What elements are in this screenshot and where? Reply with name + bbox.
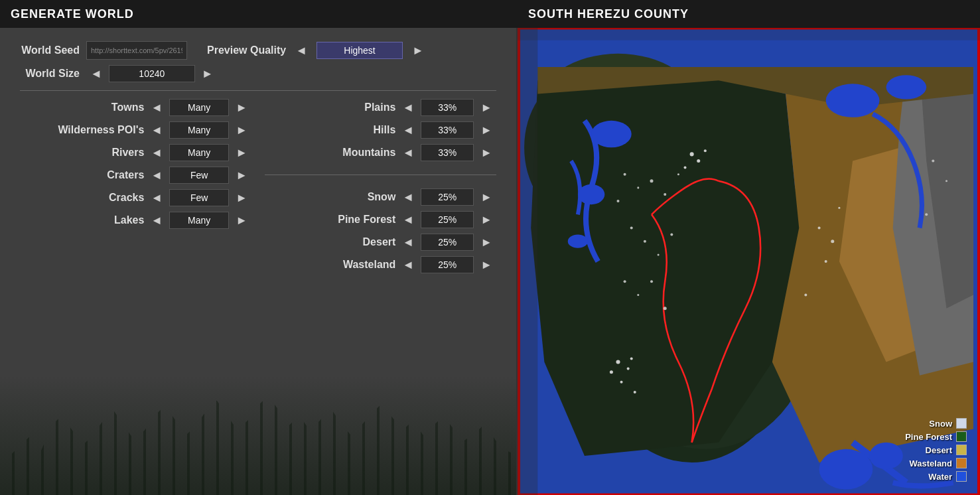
setting-5-left-btn[interactable]: ◄ (147, 213, 167, 228)
setting-label-1: Wilderness POI's (58, 124, 144, 136)
biome-2-left-btn[interactable]: ◄ (398, 235, 418, 249)
legend-color-1 (956, 431, 967, 442)
svg-point-43 (620, 381, 623, 384)
preview-quality-value: Highest (316, 42, 403, 59)
biome-2-right-btn[interactable]: ► (476, 235, 496, 249)
world-size-label: World Size (20, 68, 80, 80)
svg-point-49 (804, 293, 807, 296)
svg-point-39 (616, 360, 620, 364)
left-panel: World Seed Preview Quality ◄ Highest ► W… (0, 28, 518, 495)
svg-point-33 (650, 280, 653, 283)
svg-point-24 (650, 179, 654, 182)
svg-point-18 (886, 75, 927, 99)
setting-0-left-btn[interactable]: ◄ (147, 100, 167, 115)
biome-0-left-btn[interactable]: ◄ (398, 190, 418, 204)
biome-label-2: Desert (322, 236, 395, 248)
world-seed-input[interactable] (86, 41, 187, 60)
svg-point-46 (831, 240, 834, 243)
terrain-1-value: 33% (421, 121, 474, 139)
svg-point-44 (634, 391, 636, 393)
setting-5-right-btn[interactable]: ► (232, 213, 251, 228)
world-size-right-btn[interactable]: ► (198, 66, 218, 81)
setting-1-right-btn[interactable]: ► (232, 123, 251, 137)
svg-point-17 (826, 84, 880, 117)
svg-point-16 (568, 235, 588, 248)
terrain-2-left-btn[interactable]: ◄ (398, 145, 418, 160)
biome-setting-row-3: Wasteland ◄ 25% ► (265, 256, 496, 273)
legend-color-2 (956, 445, 967, 455)
setting-3-right-btn[interactable]: ► (232, 168, 251, 182)
biome-setting-row-2: Desert ◄ 25% ► (265, 234, 496, 251)
svg-rect-54 (518, 28, 980, 40)
left-setting-row-2: Rivers ◄ Many ► (20, 144, 251, 161)
terrain-0-left-btn[interactable]: ◄ (398, 100, 418, 115)
svg-point-50 (932, 159, 934, 162)
main-content: World Seed Preview Quality ◄ Highest ► W… (0, 28, 980, 495)
left-setting-row-3: Craters ◄ Few ► (20, 167, 251, 184)
setting-1-value: Many (169, 121, 229, 139)
legend-item-1: Pine Forest (905, 431, 967, 442)
biome-0-value: 25% (421, 188, 474, 206)
biome-3-right-btn[interactable]: ► (476, 257, 496, 272)
svg-point-15 (578, 184, 604, 204)
terrain-0-value: 33% (421, 99, 474, 116)
setting-3-value: Few (169, 167, 229, 184)
setting-4-left-btn[interactable]: ◄ (147, 190, 167, 205)
legend-label-4: Water (928, 472, 952, 482)
svg-point-32 (637, 294, 639, 296)
biome-0-right-btn[interactable]: ► (476, 190, 496, 204)
right-panel: Snow Pine Forest Desert Wasteland Water (518, 28, 980, 495)
svg-point-25 (664, 193, 666, 196)
left-setting-row-0: Towns ◄ Many ► (20, 99, 251, 116)
terrain-1-right-btn[interactable]: ► (476, 123, 496, 137)
preview-quality-left-btn[interactable]: ◄ (291, 43, 311, 58)
biome-1-right-btn[interactable]: ► (476, 212, 496, 227)
biome-1-left-btn[interactable]: ◄ (398, 212, 418, 227)
setting-3-left-btn[interactable]: ◄ (147, 168, 167, 182)
svg-point-52 (925, 213, 928, 216)
setting-4-right-btn[interactable]: ► (232, 190, 251, 205)
svg-point-21 (624, 173, 626, 176)
world-seed-control (86, 41, 187, 60)
preview-quality-group: Preview Quality ◄ Highest ► (207, 42, 428, 59)
setting-2-right-btn[interactable]: ► (232, 145, 251, 160)
terrain-setting-row-1: Hills ◄ 33% ► (265, 121, 496, 139)
world-size-control: ◄ 10240 ► (86, 65, 218, 82)
biome-setting-row-0: Snow ◄ 25% ► (265, 188, 496, 206)
legend-item-0: Snow (905, 418, 967, 429)
terrain-2-right-btn[interactable]: ► (476, 145, 496, 160)
setting-label-4: Cracks (71, 192, 144, 204)
world-size-row: World Size ◄ 10240 ► (20, 65, 496, 82)
terrain-0-right-btn[interactable]: ► (476, 100, 496, 115)
settings-divider (20, 90, 496, 91)
forest-bg (0, 376, 516, 495)
top-bar: GENERATE WORLD SOUTH HEREZU COUNTY (0, 0, 980, 28)
setting-label-2: Rivers (71, 147, 144, 159)
setting-5-value: Many (169, 212, 229, 229)
terrain-label-0: Plains (322, 102, 395, 113)
legend-item-3: Wasteland (905, 458, 967, 468)
svg-point-48 (838, 207, 840, 209)
biome-3-left-btn[interactable]: ◄ (398, 257, 418, 272)
map-legend: Snow Pine Forest Desert Wasteland Water (905, 418, 967, 482)
preview-quality-right-btn[interactable]: ► (408, 43, 428, 58)
setting-0-value: Many (169, 99, 229, 116)
setting-0-right-btn[interactable]: ► (232, 100, 251, 115)
world-size-value: 10240 (109, 65, 195, 82)
legend-label-2: Desert (926, 445, 952, 455)
legend-item-2: Desert (905, 445, 967, 455)
svg-point-26 (677, 173, 679, 175)
svg-point-37 (684, 167, 687, 169)
biome-3-value: 25% (421, 256, 474, 273)
svg-point-22 (637, 186, 639, 188)
top-settings-row: World Seed Preview Quality ◄ Highest ► (20, 41, 496, 60)
svg-point-30 (670, 234, 673, 236)
setting-2-left-btn[interactable]: ◄ (147, 145, 167, 160)
terrain-1-left-btn[interactable]: ◄ (398, 123, 418, 137)
svg-rect-53 (518, 28, 537, 495)
legend-color-3 (956, 458, 967, 468)
setting-1-left-btn[interactable]: ◄ (147, 123, 167, 137)
svg-point-45 (818, 226, 821, 229)
world-size-left-btn[interactable]: ◄ (86, 66, 106, 81)
terrain-biome-divider (265, 175, 496, 175)
